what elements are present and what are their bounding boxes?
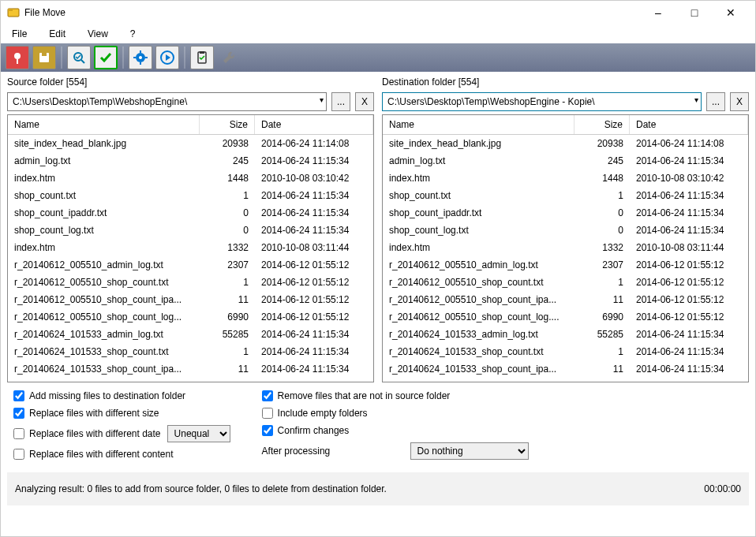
- list-item[interactable]: shop_count_ipaddr.txt02014-06-24 11:15:3…: [8, 204, 373, 222]
- file-name: admin_log.txt: [383, 154, 574, 168]
- menu-file[interactable]: File: [7, 27, 32, 41]
- column-header-date[interactable]: Date: [255, 115, 373, 134]
- column-header-size[interactable]: Size: [200, 115, 255, 134]
- file-name: r_20140612_005510_admin_log.txt: [8, 258, 200, 272]
- toolbar-analyze-icon[interactable]: [67, 46, 91, 69]
- svg-rect-1: [8, 9, 13, 11]
- file-size: 1: [574, 275, 630, 289]
- destination-file-list[interactable]: Name Size Date site_index_head_blank.jpg…: [382, 114, 749, 382]
- list-item[interactable]: r_20140612_005510_shop_count.txt12014-06…: [383, 274, 748, 291]
- checkbox-replace-content[interactable]: [13, 449, 24, 460]
- list-item[interactable]: r_20140624_101533_admin_log.txt552852014…: [383, 326, 748, 343]
- toolbar-pin-icon[interactable]: [6, 46, 29, 69]
- file-name: admin_log.txt: [8, 154, 200, 168]
- list-item[interactable]: r_20140612_005510_admin_log.txt23072014-…: [8, 256, 373, 274]
- list-item[interactable]: r_20140624_101533_shop_count.txt12014-06…: [8, 343, 373, 360]
- file-name: shop_count_ipaddr.txt: [8, 206, 200, 220]
- list-item[interactable]: index.htm14482010-10-08 03:10:42: [383, 170, 748, 187]
- list-item[interactable]: admin_log.txt2452014-06-24 11:15:34: [383, 152, 748, 170]
- list-item[interactable]: shop_count_ipaddr.txt02014-06-24 11:15:3…: [383, 204, 748, 222]
- file-date: 2014-06-24 11:15:34: [630, 223, 748, 237]
- label-include-empty: Include empty folders: [278, 408, 368, 419]
- destination-path-input[interactable]: [382, 92, 702, 111]
- file-date: 2014-06-12 01:55:12: [630, 275, 748, 289]
- file-date: 2014-06-12 01:55:12: [255, 293, 373, 307]
- checkbox-include-empty[interactable]: [262, 408, 273, 419]
- checkbox-replace-date[interactable]: [13, 428, 24, 439]
- file-date: 2014-06-12 01:55:12: [255, 258, 373, 272]
- column-header-name[interactable]: Name: [8, 115, 200, 134]
- toolbar-wrench-icon[interactable]: [217, 46, 241, 69]
- checkbox-remove-not-in-source[interactable]: [262, 390, 273, 401]
- list-item[interactable]: index.htm13322010-10-08 03:11:44: [8, 239, 373, 256]
- source-file-list[interactable]: Name Size Date site_index_head_blank.jpg…: [7, 114, 374, 382]
- file-name: r_20140624_101533_admin_log.txt: [383, 327, 574, 341]
- file-size: 1: [574, 188, 630, 203]
- list-item[interactable]: r_20140624_101533_shop_count_log...92812…: [383, 378, 748, 382]
- select-after-processing[interactable]: Do nothing: [410, 442, 529, 460]
- list-item[interactable]: r_20140612_005510_shop_count.txt12014-06…: [8, 274, 373, 291]
- source-path-input[interactable]: [7, 92, 327, 111]
- list-item[interactable]: r_20140624_101533_shop_count_ipa...11201…: [8, 360, 373, 378]
- file-name: shop_count_log.txt: [8, 223, 200, 237]
- menu-help[interactable]: ?: [125, 27, 140, 41]
- list-item[interactable]: r_20140624_101533_shop_count_log...92812…: [8, 378, 373, 382]
- column-header-date[interactable]: Date: [630, 115, 748, 134]
- file-name: r_20140624_101533_shop_count_log...: [8, 379, 200, 382]
- file-date: 2010-10-08 03:10:42: [630, 171, 748, 185]
- file-date: 2014-06-24 11:15:34: [255, 327, 373, 341]
- list-item[interactable]: r_20140612_005510_shop_count_log...69902…: [8, 308, 373, 326]
- list-item[interactable]: shop_count_log.txt02014-06-24 11:15:34: [383, 222, 748, 239]
- list-item[interactable]: r_20140612_005510_shop_count_log....6990…: [383, 308, 748, 326]
- toolbar-gear-icon[interactable]: [129, 46, 152, 69]
- toolbar-check-icon[interactable]: [94, 46, 118, 69]
- source-clear-button[interactable]: X: [355, 92, 374, 111]
- destination-clear-button[interactable]: X: [730, 92, 749, 111]
- list-item[interactable]: site_index_head_blank.jpg209382014-06-24…: [8, 135, 373, 152]
- list-item[interactable]: index.htm14482010-10-08 03:10:42: [8, 170, 373, 187]
- checkbox-replace-size[interactable]: [13, 408, 24, 419]
- file-size: 1448: [200, 171, 255, 185]
- list-item[interactable]: shop_count_log.txt02014-06-24 11:15:34: [8, 222, 373, 239]
- list-item[interactable]: shop_count.txt12014-06-24 11:15:34: [8, 187, 373, 204]
- list-item[interactable]: r_20140624_101533_shop_count.txt12014-06…: [383, 343, 748, 360]
- destination-browse-button[interactable]: ...: [706, 92, 725, 111]
- select-date-mode[interactable]: Unequal: [167, 425, 230, 442]
- menu-view[interactable]: View: [83, 27, 113, 41]
- list-item[interactable]: r_20140612_005510_shop_count_ipa...11201…: [8, 291, 373, 308]
- list-item[interactable]: admin_log.txt2452014-06-24 11:15:34: [8, 152, 373, 170]
- list-item[interactable]: r_20140624_101533_admin_log.txt552852014…: [8, 326, 373, 343]
- file-name: r_20140612_005510_shop_count_ipa...: [383, 293, 574, 307]
- menu-edit[interactable]: Edit: [44, 27, 70, 41]
- checkbox-add-missing[interactable]: [13, 390, 24, 401]
- list-item[interactable]: r_20140612_005510_admin_log.txt23072014-…: [383, 256, 748, 274]
- file-date: 2014-06-24 11:15:34: [255, 206, 373, 220]
- source-browse-button[interactable]: ...: [331, 92, 350, 111]
- minimize-button[interactable]: –: [640, 1, 676, 24]
- file-date: 2014-06-24 11:15:34: [255, 362, 373, 376]
- file-date: 2014-06-24 11:15:34: [255, 188, 373, 203]
- file-name: r_20140624_101533_admin_log.txt: [8, 327, 200, 341]
- list-item[interactable]: shop_count.txt12014-06-24 11:15:34: [383, 187, 748, 204]
- file-name: r_20140612_005510_shop_count.txt: [383, 275, 574, 289]
- maximize-button[interactable]: □: [676, 1, 713, 24]
- list-item[interactable]: r_20140612_005510_shop_count_ipa...11201…: [383, 291, 748, 308]
- list-item[interactable]: index.htm13322010-10-08 03:11:44: [383, 239, 748, 256]
- file-size: 6990: [574, 310, 630, 324]
- toolbar-save-icon[interactable]: [32, 46, 56, 69]
- column-header-size[interactable]: Size: [574, 115, 630, 134]
- list-item[interactable]: r_20140624_101533_shop_count_ipa...11201…: [383, 360, 748, 378]
- list-item[interactable]: site_index_head_blank.jpg209382014-06-24…: [383, 135, 748, 152]
- file-size: 0: [200, 223, 255, 237]
- svg-point-2: [14, 53, 21, 59]
- svg-point-7: [139, 56, 142, 59]
- close-button[interactable]: ✕: [713, 1, 749, 24]
- toolbar-play-icon[interactable]: [155, 46, 179, 69]
- toolbar-clipboard-icon[interactable]: [190, 46, 214, 69]
- file-date: 2014-06-24 11:15:34: [630, 154, 748, 168]
- file-size: 55285: [574, 327, 630, 341]
- file-name: index.htm: [8, 171, 200, 185]
- checkbox-confirm[interactable]: [262, 425, 273, 436]
- file-name: shop_count.txt: [383, 188, 574, 203]
- column-header-name[interactable]: Name: [383, 115, 574, 134]
